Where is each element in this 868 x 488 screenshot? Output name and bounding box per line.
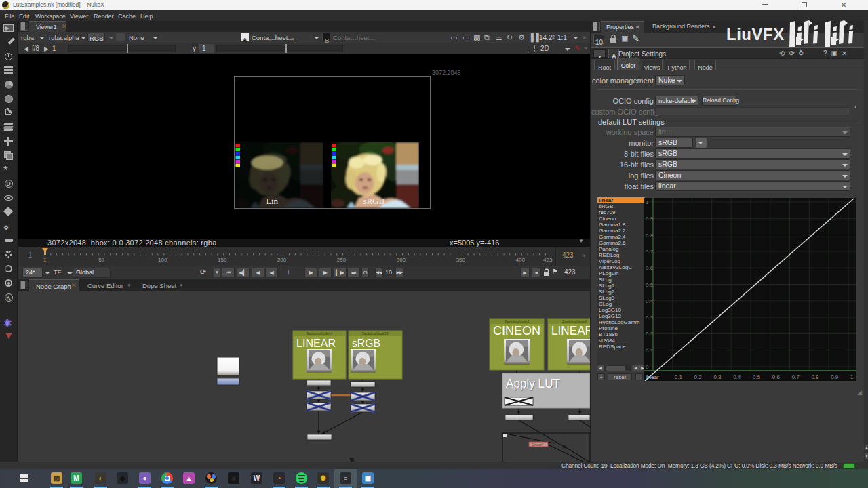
svg-text:0.8: 0.8 [811,374,819,380]
svg-text:0.6: 0.6 [646,265,654,271]
svg-text:350: 350 [456,257,466,263]
svg-text:0.7: 0.7 [646,249,654,255]
svg-text:sRGB: sRGB [363,196,385,206]
svg-text:sRGB: sRGB [352,337,380,350]
svg-text:0.6: 0.6 [772,374,781,380]
svg-text:CINEON: CINEON [493,324,540,338]
svg-text:0.4: 0.4 [646,298,654,304]
svg-text:BackdropNode3: BackdropNode3 [505,319,529,323]
svg-text:1: 1 [43,257,47,263]
svg-text:Cineon²: Cineon² [532,443,544,447]
svg-text:0.9: 0.9 [831,374,839,380]
svg-text:LINEAR: LINEAR [551,324,590,338]
svg-text:0.4: 0.4 [733,374,741,380]
svg-text:LINEAR: LINEAR [296,337,336,350]
svg-text:0: 0 [646,364,649,370]
svg-text:200: 200 [277,257,287,263]
svg-text:423: 423 [543,257,553,263]
svg-text:0.1: 0.1 [675,374,683,380]
svg-text:BackdropNode6: BackdropNode6 [563,319,587,323]
svg-text:Lin: Lin [266,196,279,206]
svg-text:0.2: 0.2 [646,331,654,337]
svg-text:400: 400 [516,257,526,263]
svg-text:0.1: 0.1 [646,348,654,354]
svg-text:250: 250 [337,257,347,263]
svg-text:0.9: 0.9 [646,216,654,222]
svg-text:300: 300 [397,257,406,263]
svg-text:0.7: 0.7 [792,374,800,380]
svg-text:0.3: 0.3 [646,314,654,321]
svg-text:0.5: 0.5 [646,282,654,288]
svg-text:150: 150 [218,257,227,263]
svg-text:BackdropNode15: BackdropNode15 [362,331,389,336]
svg-text:50: 50 [98,257,104,263]
svg-text:0.8: 0.8 [646,232,654,239]
svg-text:Apply LUT: Apply LUT [506,377,560,390]
svg-text:0.3: 0.3 [713,374,722,380]
svg-text:100: 100 [158,257,167,263]
svg-text:0.2: 0.2 [694,374,703,380]
svg-text:1: 1 [646,199,649,205]
svg-text:0.5: 0.5 [753,374,761,380]
svg-text:linear: linear [646,374,659,380]
svg-text:BackdropNode14: BackdropNode14 [307,331,333,336]
svg-text:1: 1 [850,374,854,380]
